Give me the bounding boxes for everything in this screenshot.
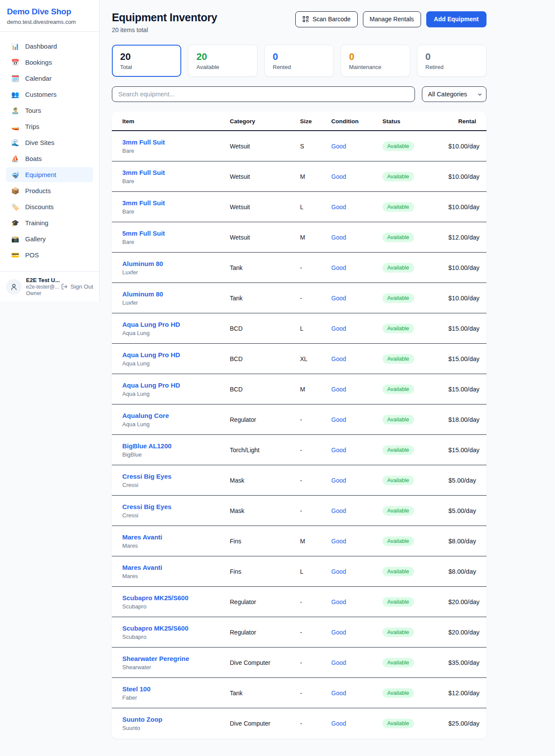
sidebar-item-boats[interactable]: ⛵Boats — [6, 151, 93, 166]
sidebar-item-equipment[interactable]: 🤿Equipment — [6, 167, 93, 182]
condition-link[interactable]: Good — [331, 690, 382, 697]
sidebar: Demo Dive Shop demo.test.divestreams.com… — [0, 0, 100, 302]
item-name-link[interactable]: Cressi Big Eyes — [122, 503, 230, 510]
scan-barcode-button[interactable]: Scan Barcode — [295, 11, 358, 27]
item-name-link[interactable]: BigBlue AL1200 — [122, 442, 230, 450]
stat-card-maintenance[interactable]: 0Maintenance — [341, 45, 410, 77]
condition-link[interactable]: Good — [331, 659, 382, 666]
page-header-text: Equipment Inventory 20 items total — [112, 11, 217, 33]
category-cell: Wetsuit — [230, 234, 300, 241]
sidebar-item-bookings[interactable]: 📅Bookings — [6, 55, 93, 70]
main-area: Equipment Inventory 20 items total Scan … — [100, 0, 555, 749]
sidebar-item-dashboard[interactable]: 📊Dashboard — [6, 39, 93, 54]
size-cell: M — [300, 538, 331, 545]
item-name-link[interactable]: Aqua Lung Pro HD — [122, 351, 230, 358]
sidebar-item-trips[interactable]: 🚤Trips — [6, 119, 93, 134]
sidebar-item-dive-sites[interactable]: 🌊Dive Sites — [6, 135, 93, 150]
item-name-link[interactable]: Aluminum 80 — [122, 290, 230, 298]
status-cell: Available — [382, 658, 448, 667]
size-cell: - — [300, 659, 331, 666]
sidebar-item-customers[interactable]: 👥Customers — [6, 87, 93, 102]
stat-card-total[interactable]: 20Total — [112, 45, 181, 77]
rental-cell: $5.00/day — [448, 477, 476, 484]
stat-card-retired[interactable]: 0Retired — [417, 45, 486, 77]
table-row: 3mm Full SuitBareWetsuitSGoodAvailable$1… — [112, 131, 486, 161]
rental-cell: $10.00/day — [448, 204, 480, 210]
item-name-link[interactable]: Mares Avanti — [122, 564, 230, 571]
stat-value: 0 — [425, 51, 478, 62]
category-cell: Regulator — [230, 416, 300, 423]
condition-link[interactable]: Good — [331, 538, 382, 545]
sidebar-item-calendar[interactable]: 🗓️Calendar — [6, 71, 93, 86]
condition-link[interactable]: Good — [331, 173, 382, 180]
condition-link[interactable]: Good — [331, 568, 382, 575]
tag-icon: 🏷️ — [11, 204, 20, 210]
rental-cell: $10.00/day — [448, 173, 480, 180]
add-equipment-button[interactable]: Add Equipment — [426, 11, 486, 27]
header-actions: Scan Barcode Manage Rentals Add Equipmen… — [295, 11, 486, 27]
category-cell: BCD — [230, 325, 300, 332]
item-name-link[interactable]: Scubapro MK25/S600 — [122, 594, 230, 602]
manage-rentals-button[interactable]: Manage Rentals — [363, 11, 421, 27]
item-name-link[interactable]: Aqua Lung Pro HD — [122, 321, 230, 328]
condition-link[interactable]: Good — [331, 720, 382, 727]
stats-row: 20Total20Available0Rented0Maintenance0Re… — [112, 45, 486, 77]
condition-link[interactable]: Good — [331, 234, 382, 241]
sidebar-item-gallery[interactable]: 📸Gallery — [6, 231, 93, 247]
item-name-link[interactable]: Steel 100 — [122, 685, 230, 693]
category-select[interactable]: All Categories — [422, 86, 486, 102]
item-name-link[interactable]: Cressi Big Eyes — [122, 473, 230, 480]
sidebar-item-label: Gallery — [25, 235, 46, 243]
size-cell: - — [300, 720, 331, 727]
condition-link[interactable]: Good — [331, 204, 382, 210]
item-cell: Aqua Lung Pro HDAqua Lung — [122, 351, 230, 367]
condition-link[interactable]: Good — [331, 477, 382, 484]
sidebar-item-pos[interactable]: 💳POS — [6, 247, 93, 263]
sidebar-item-products[interactable]: 📦Products — [6, 183, 93, 198]
condition-link[interactable]: Good — [331, 295, 382, 302]
item-name-link[interactable]: Suunto Zoop — [122, 716, 230, 723]
condition-link[interactable]: Good — [331, 325, 382, 332]
category-cell: Tank — [230, 295, 300, 302]
item-brand: Bare — [122, 208, 230, 215]
item-brand: Bare — [122, 178, 230, 184]
shop-name[interactable]: Demo Dive Shop — [7, 7, 92, 16]
condition-link[interactable]: Good — [331, 416, 382, 423]
stat-card-rented[interactable]: 0Rented — [264, 45, 334, 77]
condition-link[interactable]: Good — [331, 447, 382, 454]
status-cell: Available — [382, 172, 448, 181]
condition-link[interactable]: Good — [331, 507, 382, 514]
sidebar-item-discounts[interactable]: 🏷️Discounts — [6, 199, 93, 214]
stat-card-available[interactable]: 20Available — [188, 45, 258, 77]
item-name-link[interactable]: Mares Avanti — [122, 533, 230, 541]
sidebar-item-label: Boats — [25, 155, 42, 162]
rental-cell: $8.00/day — [448, 568, 476, 575]
item-name-link[interactable]: 3mm Full Suit — [122, 169, 230, 176]
item-name-link[interactable]: 3mm Full Suit — [122, 138, 230, 146]
sidebar-item-tours[interactable]: 🏝️Tours — [6, 103, 93, 118]
item-name-link[interactable]: Scubapro MK25/S600 — [122, 625, 230, 632]
item-cell: Cressi Big EyesCressi — [122, 503, 230, 519]
sidebar-item-label: Calendar — [25, 75, 52, 82]
table-row: Cressi Big EyesCressiMask-GoodAvailable$… — [112, 496, 486, 526]
stat-label: Retired — [425, 64, 478, 70]
condition-link[interactable]: Good — [331, 143, 382, 150]
item-name-link[interactable]: Aluminum 80 — [122, 260, 230, 267]
stat-value: 20 — [120, 51, 173, 62]
item-brand: Aqua Lung — [122, 330, 230, 336]
item-cell: 3mm Full SuitBare — [122, 138, 230, 154]
item-name-link[interactable]: Shearwater Peregrine — [122, 655, 230, 662]
item-name-link[interactable]: 5mm Full Suit — [122, 230, 230, 237]
sidebar-item-training[interactable]: 🎓Training — [6, 215, 93, 230]
condition-link[interactable]: Good — [331, 629, 382, 636]
item-name-link[interactable]: 3mm Full Suit — [122, 199, 230, 207]
item-name-link[interactable]: Aqua Lung Pro HD — [122, 381, 230, 389]
condition-link[interactable]: Good — [331, 355, 382, 362]
item-name-link[interactable]: Aqualung Core — [122, 412, 230, 419]
user-meta: E2E Test U... e2e-tester@... Owner — [26, 277, 57, 296]
condition-link[interactable]: Good — [331, 598, 382, 605]
condition-link[interactable]: Good — [331, 264, 382, 271]
condition-link[interactable]: Good — [331, 386, 382, 393]
search-input[interactable] — [112, 86, 415, 102]
sign-out-button[interactable]: Sign Out — [61, 283, 93, 290]
